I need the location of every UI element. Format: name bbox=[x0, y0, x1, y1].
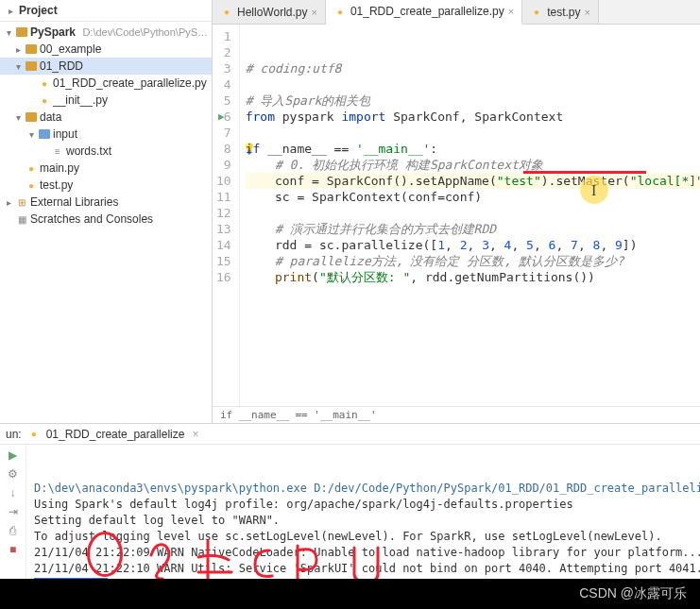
close-icon[interactable]: × bbox=[311, 7, 316, 18]
line-number: 3 bbox=[216, 60, 231, 76]
run-gutter-icon[interactable]: ▶ bbox=[218, 109, 225, 125]
lib-icon bbox=[15, 195, 28, 209]
line-number: 12 bbox=[216, 205, 231, 221]
editor-tabs: HelloWorld.py×01_RDD_create_parallelize.… bbox=[213, 0, 700, 25]
code-body[interactable]: # coding:utf8 # 导入Spark的相关包from pyspark … bbox=[240, 25, 700, 406]
tree-label: main.py bbox=[40, 161, 79, 175]
project-header[interactable]: Project bbox=[0, 0, 212, 22]
folder-icon bbox=[39, 129, 50, 139]
code-line[interactable]: rdd = sc.parallelize([1, 2, 3, 4, 5, 6, … bbox=[246, 237, 700, 253]
project-tree[interactable]: PySpark D:\dev\Code\Python\PySpark 00_ex… bbox=[0, 22, 212, 423]
code-line[interactable]: # coding:utf8 bbox=[246, 60, 700, 76]
tree-label: input bbox=[53, 127, 77, 141]
code-line[interactable] bbox=[246, 205, 700, 221]
folder-icon bbox=[26, 61, 37, 71]
line-number: 15 bbox=[216, 253, 231, 269]
line-number: 11 bbox=[216, 189, 231, 205]
editor-tab[interactable]: 01_RDD_create_parallelize.py× bbox=[326, 0, 522, 25]
tree-root[interactable]: PySpark D:\dev\Code\Python\PySpark bbox=[0, 24, 212, 41]
line-number: 10 bbox=[216, 173, 231, 189]
editor-area: HelloWorld.py×01_RDD_create_parallelize.… bbox=[213, 0, 700, 423]
rerun-icon[interactable]: ▶ bbox=[9, 448, 17, 462]
line-number: ▶6 bbox=[216, 109, 231, 125]
project-sidebar: Project PySpark D:\dev\Code\Python\PySpa… bbox=[0, 0, 213, 423]
stop-icon[interactable]: ■ bbox=[9, 543, 16, 556]
line-number: 2 bbox=[216, 44, 231, 60]
tree-label: words.txt bbox=[66, 144, 111, 158]
run-toolbar: ▶ ⚙ ↓ ⇥ ⎙ ■ bbox=[0, 445, 26, 579]
chevron-icon[interactable] bbox=[13, 61, 23, 72]
tree-row[interactable]: 01_RDD_create_parallelize.py bbox=[0, 75, 212, 92]
tree-label: data bbox=[40, 110, 61, 124]
tree-row[interactable]: Scratches and Consoles bbox=[0, 211, 212, 228]
line-number: 4 bbox=[216, 76, 231, 93]
tree-row[interactable]: __init__.py bbox=[0, 92, 212, 109]
tree-label: Scratches and Consoles bbox=[30, 212, 153, 226]
code-line[interactable] bbox=[246, 76, 700, 93]
code-line[interactable]: from pyspark import SparkConf, SparkCont… bbox=[246, 109, 700, 125]
watermark-bar: CSDN @冰露可乐 bbox=[0, 579, 700, 609]
tree-row[interactable]: test.py bbox=[0, 177, 212, 194]
console-line: D:\dev\anaconda3\envs\pyspark\python.exe… bbox=[34, 481, 692, 497]
python-icon bbox=[333, 5, 347, 18]
code-line[interactable]: sc = SparkContext(conf=conf) bbox=[246, 189, 700, 205]
tree-row[interactable]: words.txt bbox=[0, 143, 212, 160]
editor-tab[interactable]: test.py× bbox=[522, 0, 599, 24]
tree-row[interactable]: 00_example bbox=[0, 41, 212, 58]
line-number: 14 bbox=[216, 237, 231, 253]
chevron-icon[interactable] bbox=[13, 44, 23, 55]
line-number: 9 bbox=[216, 157, 231, 173]
breadcrumb-bar[interactable]: if __name__ == '__main__' bbox=[213, 406, 700, 423]
cursor-highlight-icon: I bbox=[580, 176, 608, 204]
editor-tab[interactable]: HelloWorld.py× bbox=[213, 0, 326, 24]
chevron-icon[interactable] bbox=[4, 197, 13, 208]
tree-label: 01_RDD_create_parallelize.py bbox=[53, 76, 207, 90]
console-line: Setting default log level to "WARN". bbox=[34, 513, 692, 529]
run-header: un: 01_RDD_create_parallelize × bbox=[0, 424, 700, 445]
tree-label: 00_example bbox=[40, 42, 101, 56]
code-line[interactable] bbox=[246, 125, 700, 141]
wrap-icon[interactable]: ⇥ bbox=[9, 505, 18, 518]
project-title: Project bbox=[19, 4, 58, 17]
code-line[interactable]: # 导入Spark的相关包 bbox=[246, 93, 700, 109]
code-line[interactable]: conf = SparkConf().setAppName("test").se… bbox=[246, 173, 700, 189]
tab-label: 01_RDD_create_parallelize.py bbox=[350, 5, 504, 18]
red-annotation-circle bbox=[87, 532, 123, 577]
folder-icon bbox=[26, 112, 37, 122]
code-line[interactable]: if __name__ == '__main__': bbox=[246, 141, 700, 157]
code-line[interactable]: # 演示通过并行化集合的方式去创建RDD bbox=[246, 221, 700, 237]
tab-label: test.py bbox=[547, 6, 580, 19]
run-label: un: bbox=[6, 428, 22, 441]
tree-row[interactable]: data bbox=[0, 109, 212, 126]
tree-row[interactable]: External Libraries bbox=[0, 194, 212, 211]
tree-label: test.py bbox=[40, 178, 73, 192]
chevron-icon[interactable] bbox=[26, 129, 36, 140]
line-number: 13 bbox=[216, 221, 231, 237]
line-number: 1 bbox=[216, 28, 231, 44]
close-icon[interactable]: × bbox=[584, 7, 589, 18]
chevron-icon[interactable] bbox=[4, 27, 13, 38]
tree-row[interactable]: main.py bbox=[0, 160, 212, 177]
python-icon bbox=[27, 428, 41, 441]
tree-label: __init__.py bbox=[53, 93, 108, 107]
close-icon[interactable]: × bbox=[508, 6, 514, 17]
tree-row[interactable]: 01_RDD bbox=[0, 58, 212, 75]
py-icon bbox=[38, 76, 51, 90]
folder-icon bbox=[16, 27, 27, 37]
python-icon bbox=[530, 6, 543, 19]
code-line[interactable]: # parallelize方法, 没有给定 分区数, 默认分区数是多少? bbox=[246, 253, 700, 269]
code-editor[interactable]: 12345▶67💡8910111213141516 # coding:utf8 … bbox=[213, 25, 700, 406]
run-config-name[interactable]: 01_RDD_create_parallelize bbox=[46, 428, 185, 441]
settings-icon[interactable]: ⚙ bbox=[8, 467, 18, 481]
down-icon[interactable]: ↓ bbox=[10, 486, 16, 499]
code-line[interactable] bbox=[246, 285, 700, 301]
tree-row[interactable]: input bbox=[0, 126, 212, 143]
line-number: 7 bbox=[216, 125, 231, 141]
print-icon[interactable]: ⎙ bbox=[9, 524, 16, 537]
close-icon[interactable]: × bbox=[192, 428, 198, 441]
code-line[interactable]: print("默认分区数: ", rdd.getNumPartitions()) bbox=[246, 269, 700, 285]
chevron-icon[interactable] bbox=[13, 112, 23, 123]
folder-icon bbox=[26, 44, 37, 54]
root-path: D:\dev\Code\Python\PySpark bbox=[82, 26, 212, 38]
code-line[interactable] bbox=[246, 301, 700, 317]
